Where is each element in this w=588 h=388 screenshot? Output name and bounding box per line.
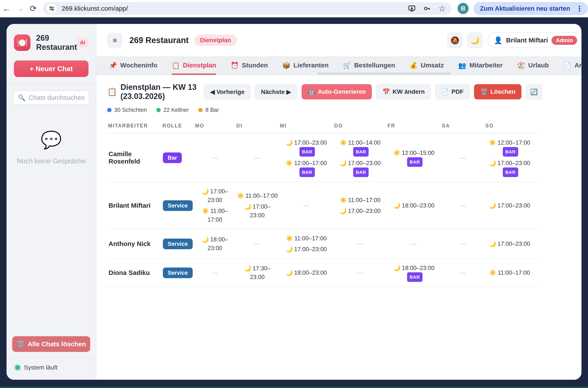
tab-scrollbar-thumb[interactable] bbox=[317, 73, 451, 74]
shift-cell[interactable]: ☀️12:00–15:00BAR bbox=[387, 144, 441, 171]
shift-cell[interactable]: — bbox=[387, 236, 441, 252]
browser-profile-avatar[interactable]: B bbox=[458, 3, 469, 14]
reload-icon[interactable]: ⟳ bbox=[26, 4, 40, 13]
tab-lieferanten[interactable]: 📦Lieferanten bbox=[282, 57, 329, 75]
tab-stunden[interactable]: ⏰Stunden bbox=[231, 57, 268, 75]
shift-entry[interactable]: 🌙18:00–23:00 bbox=[195, 235, 234, 252]
shift-cell[interactable]: 🌙17:00–23:00 bbox=[485, 196, 535, 215]
shift-cell[interactable]: — bbox=[333, 236, 387, 252]
shift-cell[interactable]: 🌙18:00–23:00 bbox=[279, 264, 333, 282]
shift-entry[interactable]: ☀️11:00–17:00 bbox=[286, 234, 327, 243]
tab-dienstplan[interactable]: 📋Dienstplan bbox=[172, 57, 216, 75]
section-badge: Dienstplan bbox=[194, 35, 237, 46]
shift-entry[interactable]: ☀️11:00–17:00 bbox=[195, 207, 234, 224]
site-settings-icon[interactable] bbox=[47, 3, 57, 13]
tab-urlaub[interactable]: 🏖️Urlaub bbox=[517, 57, 549, 75]
shift-entry[interactable]: ☀️11:00–14:00BAR bbox=[335, 138, 385, 157]
tab-bestellungen[interactable]: 🛒Bestellungen bbox=[343, 57, 395, 75]
shift-entry[interactable]: 🌙17:00–23:00 bbox=[285, 245, 327, 254]
bookmark-star-icon[interactable]: ☆ bbox=[438, 4, 446, 13]
shift-cell[interactable]: 🌙18:00–23:00 bbox=[387, 196, 441, 215]
delete-plan-button[interactable]: 🗑️ Löschen bbox=[474, 84, 521, 99]
shift-entry[interactable]: 🌙17:00–23:00 bbox=[195, 187, 234, 204]
new-chat-button[interactable]: + Neuer Chat bbox=[14, 60, 89, 77]
moon-shift-icon: 🌙 bbox=[489, 241, 496, 247]
tab-mitarbeiter[interactable]: 👥Mitarbeiter bbox=[458, 57, 503, 75]
restart-to-update-button[interactable]: Zum Aktualisieren neu starten ⋮ bbox=[473, 2, 588, 15]
tab-angebote[interactable]: 📄Angebote bbox=[563, 57, 582, 75]
next-week-button[interactable]: Nächste ▶ bbox=[255, 84, 297, 99]
shift-entry[interactable]: 🌙17:00–23:00 bbox=[489, 201, 530, 210]
shift-cell[interactable]: 🌙17:00–23:00 bbox=[485, 235, 535, 253]
shift-entry[interactable]: 🌙17:00–23:00BAR bbox=[280, 138, 332, 157]
calendar-icon: 📅 bbox=[382, 88, 390, 96]
change-week-button[interactable]: 📅 KW ändern bbox=[376, 84, 431, 99]
shift-cell[interactable]: ☀️11:00–17:00🌙17:00–23:00 bbox=[387, 291, 441, 292]
shift-entry[interactable]: 🌙17:00–23:00 bbox=[489, 240, 530, 248]
install-icon[interactable] bbox=[408, 4, 416, 12]
tab-wocheninfo[interactable]: 📌Wocheninfo bbox=[109, 57, 157, 75]
clear-all-chats-button[interactable]: 🗑️ Alle Chats löschen bbox=[12, 336, 90, 352]
back-icon[interactable]: ← bbox=[0, 4, 13, 13]
shift-cell[interactable]: 🌙17:00–23:00☀️11:00–17:00 bbox=[194, 182, 235, 229]
empty-shift-dash: — bbox=[254, 154, 260, 161]
previous-week-button[interactable]: ◀ Vorherige bbox=[204, 84, 251, 99]
shift-cell[interactable]: — bbox=[194, 149, 235, 166]
shift-entry[interactable]: 🌙18:00–23:00 bbox=[285, 268, 327, 277]
shift-entry[interactable]: 🌙17:00–23:00BAR bbox=[486, 159, 533, 177]
tab-umsatz[interactable]: 💰Umsatz bbox=[409, 57, 444, 75]
admin-role-badge: Admin bbox=[551, 36, 577, 45]
forward-icon[interactable]: → bbox=[13, 4, 26, 13]
shift-entry[interactable]: ☀️12:00–15:00BAR bbox=[388, 148, 440, 167]
shift-cell[interactable]: ☀️11:00–17:00🌙17:00–23:00 bbox=[279, 229, 333, 258]
shift-entry[interactable]: ☀️11:00–17:00 bbox=[340, 196, 380, 204]
shift-cell[interactable]: ☀️11:00–14:00BAR🌙17:00–23:00BAR bbox=[333, 134, 387, 182]
shift-entry[interactable]: ☀️11:00–17:00 bbox=[489, 268, 530, 277]
notifications-muted-button[interactable]: 🔕 bbox=[447, 33, 463, 48]
url-bar[interactable]: 269.klickunst.com/app/ ☆ bbox=[43, 2, 451, 15]
pdf-export-button[interactable]: 📄 PDF bbox=[435, 84, 470, 99]
shift-entry[interactable]: ☀️11:00–17:00 bbox=[237, 191, 278, 200]
chat-search-box[interactable]: 🔍 bbox=[13, 91, 89, 105]
shift-entry[interactable]: ☀️12:00–17:00BAR bbox=[486, 138, 533, 157]
shift-cell[interactable]: 🌙17:00–23:00BAR☀️12:00–17:00BAR bbox=[279, 134, 333, 182]
url-text[interactable]: 269.klickunst.com/app/ bbox=[62, 5, 408, 12]
shift-cell[interactable]: ☀️11:00–17:00🌙17:00–23:00 bbox=[441, 287, 485, 292]
shift-entry[interactable]: 🌙18:00–23:00BAR bbox=[388, 264, 440, 282]
sun-shift-icon: ☀️ bbox=[393, 150, 400, 156]
shift-entry[interactable]: 🌙17:30–23:00 bbox=[237, 264, 278, 281]
shift-cell[interactable]: 🌙18:00–23:00BAR bbox=[387, 259, 441, 287]
empty-shift-dash: — bbox=[303, 202, 309, 209]
dark-mode-button[interactable]: 🌙 bbox=[467, 33, 483, 48]
shift-entry[interactable]: 🌙17:00–23:00 bbox=[237, 202, 278, 220]
shift-entry[interactable]: 🌙17:00–23:00BAR bbox=[335, 159, 385, 177]
shift-entry[interactable]: 🌙17:00–23:00 bbox=[339, 207, 381, 215]
auto-generate-button[interactable]: 🤖 Auto-Generieren bbox=[302, 84, 372, 99]
shift-cell[interactable]: 🌙17:30–23:00 bbox=[235, 259, 279, 286]
refresh-button[interactable]: 🔄 bbox=[526, 84, 542, 99]
shift-cell[interactable]: — bbox=[441, 197, 485, 214]
role-badge: Service bbox=[163, 239, 193, 249]
shift-cell[interactable]: ☀️11:00–17:00🌙17:00–23:00 bbox=[333, 191, 387, 220]
browser-menu-icon[interactable]: ⋮ bbox=[574, 4, 585, 13]
menu-toggle-button[interactable]: ≡ bbox=[108, 33, 122, 48]
shift-cell[interactable]: ☀️11:00–17:00 bbox=[485, 264, 535, 282]
shift-cell[interactable]: — bbox=[441, 236, 485, 252]
shift-entry[interactable]: 🌙18:00–23:00 bbox=[393, 201, 434, 210]
password-key-icon[interactable] bbox=[423, 4, 431, 12]
shift-cell[interactable]: ☀️12:00–17:00BAR🌙17:00–23:00BAR bbox=[485, 134, 535, 182]
user-menu[interactable]: 👤 Brilant Miftari Admin ▼ bbox=[488, 32, 582, 48]
shift-entry[interactable]: ☀️12:00–17:00BAR bbox=[280, 159, 332, 177]
shift-cell[interactable]: ☀️11:00–17:00🌙17:00–23:00 bbox=[235, 187, 279, 224]
shift-cell[interactable]: — bbox=[194, 265, 235, 281]
shift-cell[interactable]: — bbox=[441, 265, 485, 281]
shift-cell[interactable]: — bbox=[279, 197, 333, 214]
column-header: DO bbox=[333, 120, 387, 133]
legend-item: 30 Schichten bbox=[107, 107, 147, 113]
chat-search-input[interactable] bbox=[28, 94, 85, 101]
shift-cell[interactable]: — bbox=[333, 265, 387, 281]
shift-cell[interactable]: — bbox=[235, 149, 279, 166]
shift-cell[interactable]: — bbox=[235, 236, 279, 252]
shift-cell[interactable]: 🌙18:00–23:00 bbox=[194, 230, 235, 257]
shift-cell[interactable]: — bbox=[441, 149, 485, 166]
